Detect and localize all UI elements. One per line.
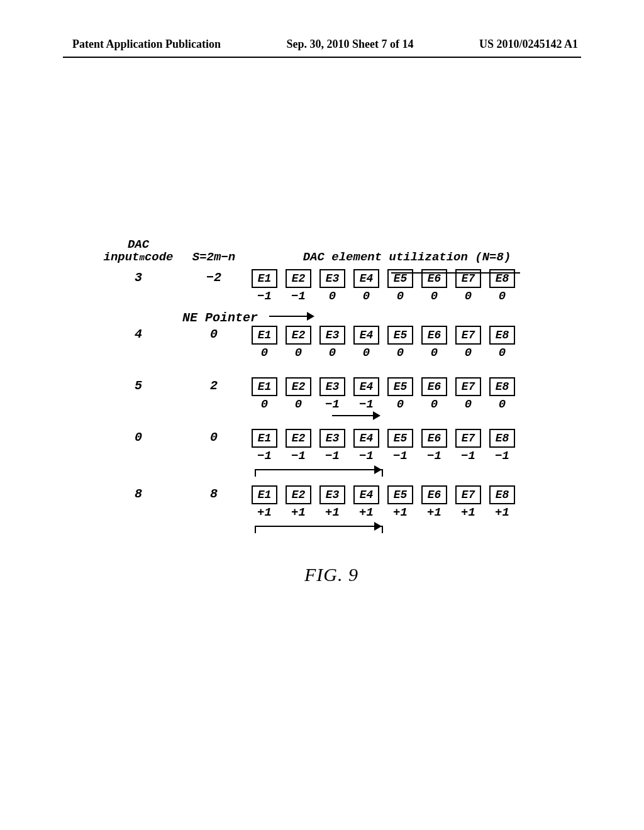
- element-value: −1: [353, 397, 379, 411]
- ne-pointer-row: NE Pointer: [94, 308, 569, 326]
- m-value: 3: [94, 269, 182, 285]
- element-box: E5: [387, 485, 413, 504]
- element-value: +1: [353, 506, 379, 519]
- table-row: 8 8 E1 E2 E3 E4 E5 E6 E7 E8 +1 +1 +1 +1 …: [94, 485, 569, 519]
- element-value: +1: [387, 506, 413, 519]
- element-box: E6: [421, 326, 447, 345]
- element-box: E8: [489, 377, 515, 396]
- dac-prefix: input: [103, 250, 139, 264]
- ne-pointer-label: NE Pointer: [182, 311, 258, 325]
- elements-group: E1 E2 E3 E4 E5 E6 E7 E8 0 0 0 0 0 0 0 0: [245, 326, 569, 360]
- s-value: −2: [182, 269, 245, 285]
- element-box: E7: [455, 377, 481, 396]
- table-row: 4 0 E1 E2 E3 E4 E5 E6 E7 E8 0 0 0 0 0 0 …: [94, 326, 569, 360]
- element-value: −1: [286, 289, 311, 303]
- element-box: E4: [353, 326, 379, 345]
- arrow-icon: [255, 526, 380, 527]
- element-value: 0: [455, 346, 481, 360]
- element-box: E4: [353, 485, 379, 504]
- element-box: E2: [286, 377, 311, 396]
- element-value: +1: [489, 506, 515, 519]
- element-box: E8: [489, 326, 515, 345]
- element-box: E8: [489, 485, 515, 504]
- element-box: E1: [252, 326, 277, 345]
- element-value: +1: [286, 506, 311, 519]
- column-headers: DAC inputmcode S=2m−n DAC element utiliz…: [94, 239, 569, 264]
- s-value: 0: [182, 429, 245, 445]
- pointer-row: [94, 463, 569, 485]
- element-value: 0: [319, 289, 345, 303]
- arrow-icon: [332, 415, 379, 416]
- element-box: E2: [286, 429, 311, 448]
- element-value: 0: [319, 346, 345, 360]
- element-value: 0: [353, 289, 379, 303]
- element-value: +1: [319, 506, 345, 519]
- header-center: Sep. 30, 2010 Sheet 7 of 14: [287, 38, 414, 51]
- dac-line1: DAC: [94, 239, 182, 252]
- element-box: E6: [421, 429, 447, 448]
- element-box: E8: [489, 429, 515, 448]
- m-value: 8: [94, 485, 182, 501]
- arrow-icon: [255, 469, 380, 470]
- element-value: 0: [489, 289, 515, 303]
- element-box: E7: [455, 326, 481, 345]
- element-value: +1: [455, 506, 481, 519]
- element-value: −1: [319, 449, 345, 463]
- element-box: E6: [421, 377, 447, 396]
- element-value: 0: [252, 346, 277, 360]
- element-box: E4: [353, 429, 379, 448]
- element-value: 0: [421, 346, 447, 360]
- header-right: US 2010/0245142 A1: [479, 38, 578, 51]
- element-box: E6: [421, 485, 447, 504]
- elements-group: E1 E2 E3 E4 E5 E6 E7 E8 −1 −1 −1 −1 −1 −…: [245, 429, 569, 463]
- element-box: E5: [387, 429, 413, 448]
- element-value: 0: [421, 397, 447, 411]
- table-row: 3 −2 E1 E2 E3 E4 E5 E6 E7 E8 −1 −1 0 0 0…: [94, 269, 569, 303]
- element-value: −1: [489, 449, 515, 463]
- element-box: E7: [455, 429, 481, 448]
- element-value: −1: [353, 449, 379, 463]
- element-box: E3: [319, 377, 345, 396]
- element-box: E2: [286, 326, 311, 345]
- element-value: 0: [387, 397, 413, 411]
- segment-underline: [391, 272, 520, 274]
- elements-group: E1 E2 E3 E4 E5 E6 E7 E8 −1 −1 0 0 0 0 0 …: [245, 269, 569, 303]
- figure-caption: FIG. 9: [94, 564, 569, 585]
- element-value: −1: [252, 449, 277, 463]
- element-box: E3: [319, 485, 345, 504]
- element-box: E7: [455, 485, 481, 504]
- m-value: 4: [94, 326, 182, 341]
- s-value: 0: [182, 326, 245, 341]
- element-value: 0: [286, 397, 311, 411]
- element-box: E3: [319, 326, 345, 345]
- element-value: 0: [252, 397, 277, 411]
- dac-input-code-header: DAC inputmcode: [94, 239, 182, 264]
- element-box: E4: [353, 377, 379, 396]
- element-box: E5: [387, 377, 413, 396]
- element-value: −1: [387, 449, 413, 463]
- m-value: 0: [94, 429, 182, 445]
- element-value: −1: [421, 449, 447, 463]
- element-box: E2: [286, 485, 311, 504]
- pointer-row: [94, 519, 569, 542]
- table-row: 0 0 E1 E2 E3 E4 E5 E6 E7 E8 −1 −1 −1 −1 …: [94, 429, 569, 463]
- element-box: E2: [286, 269, 311, 288]
- element-value: 0: [455, 397, 481, 411]
- element-box: E1: [252, 429, 277, 448]
- element-value: −1: [286, 449, 311, 463]
- element-value: 0: [489, 346, 515, 360]
- elements-group: E1 E2 E3 E4 E5 E6 E7 E8 +1 +1 +1 +1 +1 +…: [245, 485, 569, 519]
- element-value: 0: [353, 346, 379, 360]
- element-value: −1: [252, 289, 277, 303]
- element-value: 0: [387, 346, 413, 360]
- element-value: −1: [319, 397, 345, 411]
- element-box: E1: [252, 485, 277, 504]
- m-value: 5: [94, 377, 182, 393]
- header-left: Patent Application Publication: [72, 38, 221, 51]
- element-value: 0: [455, 289, 481, 303]
- element-box: E3: [319, 269, 345, 288]
- element-box: E1: [252, 377, 277, 396]
- element-value: +1: [421, 506, 447, 519]
- s-value: 8: [182, 485, 245, 501]
- utilization-header: DAC element utilization (N=8): [245, 250, 569, 264]
